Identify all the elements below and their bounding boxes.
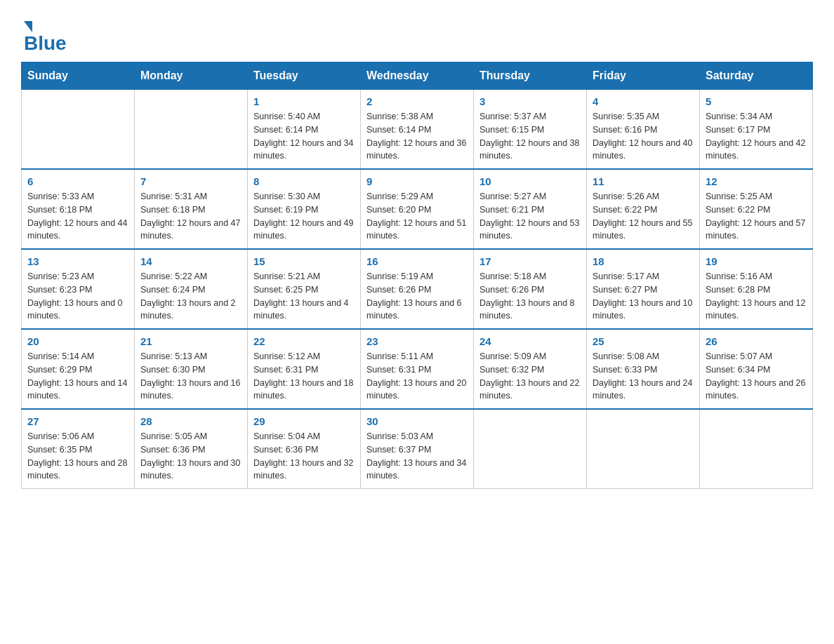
day-number: 15 xyxy=(253,255,355,267)
day-number: 22 xyxy=(253,335,355,347)
calendar-cell: 11Sunrise: 5:26 AMSunset: 6:22 PMDayligh… xyxy=(587,169,700,249)
calendar-cell: 14Sunrise: 5:22 AMSunset: 6:24 PMDayligh… xyxy=(135,249,248,329)
weekday-header: Tuesday xyxy=(248,62,361,90)
day-number: 16 xyxy=(366,255,468,267)
calendar-week-row: 13Sunrise: 5:23 AMSunset: 6:23 PMDayligh… xyxy=(22,249,813,329)
calendar-cell: 24Sunrise: 5:09 AMSunset: 6:32 PMDayligh… xyxy=(474,329,587,409)
day-info: Sunrise: 5:04 AMSunset: 6:36 PMDaylight:… xyxy=(253,430,355,483)
weekday-header: Wednesday xyxy=(361,62,474,90)
calendar-cell: 17Sunrise: 5:18 AMSunset: 6:26 PMDayligh… xyxy=(474,249,587,329)
calendar-cell: 25Sunrise: 5:08 AMSunset: 6:33 PMDayligh… xyxy=(587,329,700,409)
calendar-cell: 27Sunrise: 5:06 AMSunset: 6:35 PMDayligh… xyxy=(22,409,135,489)
day-info: Sunrise: 5:05 AMSunset: 6:36 PMDaylight:… xyxy=(140,430,241,483)
calendar-cell: 30Sunrise: 5:03 AMSunset: 6:37 PMDayligh… xyxy=(361,409,474,489)
day-info: Sunrise: 5:40 AMSunset: 6:14 PMDaylight:… xyxy=(253,110,355,163)
day-info: Sunrise: 5:25 AMSunset: 6:22 PMDaylight:… xyxy=(706,190,807,243)
day-number: 29 xyxy=(253,415,355,427)
logo-text-container: Blue xyxy=(21,21,67,55)
day-number: 11 xyxy=(593,175,694,187)
day-number: 4 xyxy=(593,95,694,107)
day-info: Sunrise: 5:22 AMSunset: 6:24 PMDaylight:… xyxy=(140,270,241,323)
day-number: 8 xyxy=(253,175,355,187)
day-number: 1 xyxy=(253,95,355,107)
day-number: 10 xyxy=(479,175,581,187)
calendar-cell: 3Sunrise: 5:37 AMSunset: 6:15 PMDaylight… xyxy=(474,90,587,170)
day-info: Sunrise: 5:14 AMSunset: 6:29 PMDaylight:… xyxy=(27,350,128,403)
logo-blue: Blue xyxy=(24,32,67,54)
day-info: Sunrise: 5:23 AMSunset: 6:23 PMDaylight:… xyxy=(27,270,128,323)
day-number: 28 xyxy=(140,415,241,427)
day-number: 3 xyxy=(479,95,581,107)
day-info: Sunrise: 5:19 AMSunset: 6:26 PMDaylight:… xyxy=(366,270,468,323)
day-info: Sunrise: 5:18 AMSunset: 6:26 PMDaylight:… xyxy=(479,270,581,323)
weekday-header: Monday xyxy=(135,62,248,90)
day-number: 14 xyxy=(140,255,241,267)
calendar-cell xyxy=(700,409,813,489)
calendar-cell xyxy=(22,90,135,170)
day-number: 25 xyxy=(593,335,694,347)
calendar-week-row: 6Sunrise: 5:33 AMSunset: 6:18 PMDaylight… xyxy=(22,169,813,249)
day-number: 7 xyxy=(140,175,241,187)
day-number: 6 xyxy=(27,175,128,187)
logo: Blue xyxy=(21,21,67,55)
page-header: Blue xyxy=(21,14,813,55)
weekday-header: Saturday xyxy=(700,62,813,90)
day-info: Sunrise: 5:27 AMSunset: 6:21 PMDaylight:… xyxy=(479,190,581,243)
calendar-cell: 8Sunrise: 5:30 AMSunset: 6:19 PMDaylight… xyxy=(248,169,361,249)
day-info: Sunrise: 5:06 AMSunset: 6:35 PMDaylight:… xyxy=(27,430,128,483)
day-info: Sunrise: 5:26 AMSunset: 6:22 PMDaylight:… xyxy=(593,190,694,243)
day-info: Sunrise: 5:13 AMSunset: 6:30 PMDaylight:… xyxy=(140,350,241,403)
calendar-cell: 29Sunrise: 5:04 AMSunset: 6:36 PMDayligh… xyxy=(248,409,361,489)
calendar-cell: 18Sunrise: 5:17 AMSunset: 6:27 PMDayligh… xyxy=(587,249,700,329)
calendar-cell: 16Sunrise: 5:19 AMSunset: 6:26 PMDayligh… xyxy=(361,249,474,329)
day-number: 19 xyxy=(706,255,807,267)
day-info: Sunrise: 5:17 AMSunset: 6:27 PMDaylight:… xyxy=(593,270,694,323)
calendar-cell: 2Sunrise: 5:38 AMSunset: 6:14 PMDaylight… xyxy=(361,90,474,170)
day-number: 9 xyxy=(366,175,468,187)
calendar-table: SundayMondayTuesdayWednesdayThursdayFrid… xyxy=(21,62,813,489)
calendar-week-row: 27Sunrise: 5:06 AMSunset: 6:35 PMDayligh… xyxy=(22,409,813,489)
day-number: 13 xyxy=(27,255,128,267)
day-info: Sunrise: 5:21 AMSunset: 6:25 PMDaylight:… xyxy=(253,270,355,323)
calendar-cell: 5Sunrise: 5:34 AMSunset: 6:17 PMDaylight… xyxy=(700,90,813,170)
calendar-cell: 10Sunrise: 5:27 AMSunset: 6:21 PMDayligh… xyxy=(474,169,587,249)
calendar-cell: 28Sunrise: 5:05 AMSunset: 6:36 PMDayligh… xyxy=(135,409,248,489)
calendar-week-row: 20Sunrise: 5:14 AMSunset: 6:29 PMDayligh… xyxy=(22,329,813,409)
day-info: Sunrise: 5:16 AMSunset: 6:28 PMDaylight:… xyxy=(706,270,807,323)
day-number: 18 xyxy=(593,255,694,267)
weekday-header: Friday xyxy=(587,62,700,90)
day-number: 27 xyxy=(27,415,128,427)
calendar-cell: 19Sunrise: 5:16 AMSunset: 6:28 PMDayligh… xyxy=(700,249,813,329)
day-number: 5 xyxy=(706,95,807,107)
calendar-week-row: 1Sunrise: 5:40 AMSunset: 6:14 PMDaylight… xyxy=(22,90,813,170)
calendar-cell xyxy=(587,409,700,489)
calendar-cell: 20Sunrise: 5:14 AMSunset: 6:29 PMDayligh… xyxy=(22,329,135,409)
day-info: Sunrise: 5:09 AMSunset: 6:32 PMDaylight:… xyxy=(479,350,581,403)
calendar-cell: 13Sunrise: 5:23 AMSunset: 6:23 PMDayligh… xyxy=(22,249,135,329)
calendar-cell: 9Sunrise: 5:29 AMSunset: 6:20 PMDaylight… xyxy=(361,169,474,249)
day-number: 30 xyxy=(366,415,468,427)
calendar-cell: 21Sunrise: 5:13 AMSunset: 6:30 PMDayligh… xyxy=(135,329,248,409)
calendar-cell: 1Sunrise: 5:40 AMSunset: 6:14 PMDaylight… xyxy=(248,90,361,170)
day-info: Sunrise: 5:29 AMSunset: 6:20 PMDaylight:… xyxy=(366,190,468,243)
day-info: Sunrise: 5:30 AMSunset: 6:19 PMDaylight:… xyxy=(253,190,355,243)
day-number: 21 xyxy=(140,335,241,347)
day-info: Sunrise: 5:34 AMSunset: 6:17 PMDaylight:… xyxy=(706,110,807,163)
weekday-header: Sunday xyxy=(22,62,135,90)
calendar-cell: 23Sunrise: 5:11 AMSunset: 6:31 PMDayligh… xyxy=(361,329,474,409)
calendar-cell: 22Sunrise: 5:12 AMSunset: 6:31 PMDayligh… xyxy=(248,329,361,409)
day-number: 23 xyxy=(366,335,468,347)
day-info: Sunrise: 5:08 AMSunset: 6:33 PMDaylight:… xyxy=(593,350,694,403)
day-info: Sunrise: 5:38 AMSunset: 6:14 PMDaylight:… xyxy=(366,110,468,163)
calendar-cell: 4Sunrise: 5:35 AMSunset: 6:16 PMDaylight… xyxy=(587,90,700,170)
calendar-cell: 7Sunrise: 5:31 AMSunset: 6:18 PMDaylight… xyxy=(135,169,248,249)
calendar-cell: 12Sunrise: 5:25 AMSunset: 6:22 PMDayligh… xyxy=(700,169,813,249)
day-info: Sunrise: 5:35 AMSunset: 6:16 PMDaylight:… xyxy=(593,110,694,163)
day-info: Sunrise: 5:11 AMSunset: 6:31 PMDaylight:… xyxy=(366,350,468,403)
day-info: Sunrise: 5:31 AMSunset: 6:18 PMDaylight:… xyxy=(140,190,241,243)
day-number: 24 xyxy=(479,335,581,347)
weekday-header: Thursday xyxy=(474,62,587,90)
day-number: 12 xyxy=(706,175,807,187)
day-number: 17 xyxy=(479,255,581,267)
calendar-cell: 26Sunrise: 5:07 AMSunset: 6:34 PMDayligh… xyxy=(700,329,813,409)
